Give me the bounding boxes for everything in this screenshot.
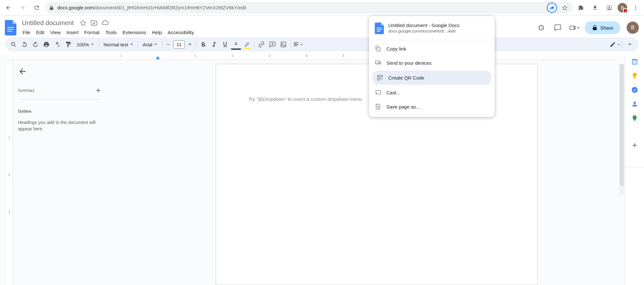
svg-rect-14 (634, 78, 636, 79)
paint-format-button[interactable] (63, 39, 73, 50)
svg-rect-21 (377, 48, 380, 52)
menu-file[interactable]: File (20, 28, 33, 36)
ruler-tick: 3 (8, 210, 10, 214)
text-color-button[interactable] (231, 39, 241, 50)
comments-button[interactable] (551, 21, 564, 34)
svg-point-10 (282, 43, 283, 44)
reload-button[interactable] (31, 2, 43, 14)
menu-item-cast[interactable]: Cast... (369, 85, 495, 100)
menu-accessibility[interactable]: Accessibility (165, 28, 197, 36)
svg-rect-25 (381, 75, 383, 77)
lock-icon (592, 25, 598, 31)
editing-mode-button[interactable] (610, 39, 620, 50)
menu-edit[interactable]: Edit (33, 28, 47, 36)
svg-text:31: 31 (633, 61, 636, 64)
downloads-button[interactable] (589, 2, 601, 14)
forward-button[interactable] (17, 2, 28, 14)
copy-icon (375, 45, 381, 52)
star-document-icon[interactable] (80, 19, 87, 26)
browser-menu-button[interactable] (630, 2, 641, 14)
calendar-icon[interactable]: 31 (631, 58, 638, 65)
keep-icon[interactable] (631, 72, 638, 79)
italic-button[interactable] (209, 39, 219, 50)
menu-item-qr-code[interactable]: Create QR Code (372, 71, 491, 85)
move-document-icon[interactable] (90, 19, 98, 26)
document-title[interactable]: Untitled document (20, 19, 76, 27)
redo-button[interactable] (30, 39, 41, 50)
profile-avatar[interactable]: B (618, 3, 627, 13)
print-button[interactable] (41, 39, 52, 50)
add-addon-icon[interactable] (631, 142, 638, 149)
bold-button[interactable] (198, 39, 208, 50)
menu-title: Untitled document - Google Docs (388, 23, 459, 28)
close-outline-icon[interactable] (18, 67, 27, 76)
menu-insert[interactable]: Insert (64, 28, 81, 36)
save-icon (375, 103, 381, 110)
highlight-button[interactable] (242, 39, 252, 50)
menu-help[interactable]: Help (149, 28, 165, 36)
history-button[interactable] (535, 21, 547, 34)
vertical-scrollbar[interactable] (620, 64, 624, 196)
font-size-increase[interactable]: + (186, 41, 194, 48)
svg-rect-6 (7, 29, 14, 30)
svg-rect-27 (381, 78, 382, 79)
undo-button[interactable] (19, 39, 30, 50)
account-button[interactable] (603, 2, 615, 14)
svg-rect-5 (7, 27, 14, 28)
zoom-select[interactable]: 100% (74, 42, 97, 47)
avatar-initial: B (621, 5, 624, 10)
menu-format[interactable]: Format (82, 28, 102, 36)
add-summary-icon[interactable] (95, 87, 102, 94)
cast-icon (375, 89, 381, 96)
font-size-decrease[interactable]: − (164, 41, 172, 48)
account-avatar[interactable]: B (627, 22, 639, 34)
collapse-toolbar-button[interactable] (624, 39, 636, 50)
menu-item-send-devices[interactable]: Send to your devices (369, 56, 495, 70)
maps-icon[interactable] (631, 115, 638, 122)
menu-view[interactable]: View (48, 28, 63, 36)
site-info-icon[interactable] (49, 5, 54, 10)
ruler-tick: 1 (8, 136, 10, 139)
svg-rect-26 (378, 78, 380, 80)
search-menus-button[interactable] (8, 39, 19, 50)
underline-button[interactable] (220, 39, 230, 50)
insert-link-button[interactable] (256, 39, 267, 50)
address-bar[interactable]: docs.google.com/document/d/1_jtHG5mHsl1r… (45, 2, 573, 14)
font-select[interactable]: Arial (140, 42, 160, 47)
cloud-status-icon[interactable] (101, 19, 109, 26)
menu-tools[interactable]: Tools (103, 28, 119, 36)
svg-rect-23 (379, 62, 381, 64)
svg-point-16 (633, 102, 636, 104)
extensions-button[interactable] (575, 2, 587, 14)
menu-item-save-page[interactable]: Save page as... (369, 100, 495, 114)
paragraph-style-select[interactable]: Normal text (101, 42, 136, 47)
align-button[interactable] (293, 39, 303, 50)
svg-rect-28 (382, 79, 383, 80)
svg-point-8 (11, 42, 14, 45)
share-address-button[interactable] (547, 3, 557, 13)
back-button[interactable] (3, 2, 14, 14)
svg-rect-24 (378, 75, 380, 77)
svg-rect-19 (377, 29, 382, 30)
outline-panel: Summary Outline Headings you add to the … (0, 54, 109, 285)
spellcheck-button[interactable] (52, 39, 62, 50)
doc-type-icon (375, 23, 384, 34)
menu-item-copy-link[interactable]: Copy link (369, 42, 495, 56)
tasks-icon[interactable] (631, 86, 638, 93)
insert-comment-button[interactable] (267, 39, 278, 50)
summary-label: Summary (18, 88, 34, 93)
contacts-icon[interactable] (631, 100, 638, 108)
menu-subtitle: docs.google.com/document/d/.../edit (388, 29, 459, 33)
font-size-input[interactable] (173, 40, 185, 49)
insert-image-button[interactable] (278, 39, 289, 50)
share-button[interactable]: Share (585, 21, 620, 34)
vertical-ruler[interactable]: 1 2 3 (7, 62, 13, 285)
share-button-label: Share (600, 25, 613, 31)
svg-rect-7 (7, 31, 12, 32)
svg-rect-20 (377, 31, 380, 32)
docs-logo-icon[interactable] (4, 19, 17, 37)
devices-icon (375, 60, 381, 66)
meet-button[interactable] (568, 21, 581, 34)
bookmark-star-icon[interactable] (560, 3, 569, 12)
menu-extensions[interactable]: Extensions (120, 28, 148, 36)
